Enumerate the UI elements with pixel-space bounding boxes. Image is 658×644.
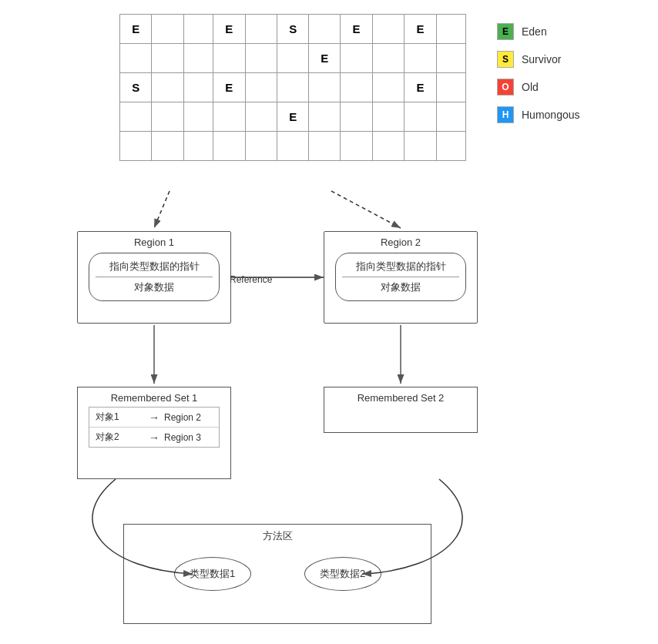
type-data-1: 类型数据1	[174, 557, 251, 591]
method-area-types: 类型数据1 类型数据2	[124, 557, 431, 591]
grid-cell-3-6	[309, 102, 341, 132]
rem1-dest2: Region 3	[164, 432, 213, 443]
grid-cell-0-6	[309, 15, 341, 44]
grid-cell-0-9: E	[405, 15, 436, 44]
legend: E Eden S Survivor O Old H Humongous	[497, 23, 580, 123]
rem1-row2: 对象2 → Region 3	[89, 428, 219, 447]
legend-item-o: O Old	[497, 79, 580, 96]
grid-cell-2-1	[152, 73, 183, 102]
rem1-obj1: 对象1	[96, 411, 144, 424]
legend-item-h: H Humongous	[497, 106, 580, 123]
grid-cell-4-8	[372, 132, 404, 161]
legend-box-o: O	[497, 79, 514, 96]
grid-cell-3-4	[245, 102, 277, 132]
grid-cell-0-2	[183, 15, 213, 44]
legend-item-e: E Eden	[497, 23, 580, 40]
region2-row2: 对象数据	[342, 277, 459, 297]
remembered-set-1: Remembered Set 1 对象1 → Region 2 对象2 → Re…	[77, 387, 231, 479]
grid-cell-0-7: E	[341, 15, 372, 44]
region2-box: Region 2 指向类型数据的指针 对象数据	[324, 231, 478, 324]
grid-cell-4-9	[405, 132, 436, 161]
grid-cell-2-2	[183, 73, 213, 102]
arrow-grid-to-region1	[154, 191, 170, 228]
region1-inner: 指向类型数据的指针 对象数据	[89, 253, 220, 301]
region1-row2: 对象数据	[96, 277, 213, 297]
grid-cell-2-6	[309, 73, 341, 102]
grid-cell-3-10	[436, 102, 465, 132]
rem1-obj2: 对象2	[96, 431, 144, 444]
grid-cell-0-4	[245, 15, 277, 44]
type-data-2: 类型数据2	[304, 557, 381, 591]
legend-box-s: S	[497, 51, 514, 68]
grid-cell-1-3	[213, 44, 245, 73]
grid-cell-0-8	[372, 15, 404, 44]
region2-inner: 指向类型数据的指针 对象数据	[335, 253, 466, 301]
memory-grid: EESEEOOEOSEOEOOEOOHH	[119, 14, 466, 161]
grid-cell-1-9	[405, 44, 436, 73]
rem2-title: Remembered Set 2	[324, 387, 477, 407]
grid-cell-3-8	[372, 102, 404, 132]
grid-cell-4-0: H	[120, 132, 152, 161]
grid-cell-1-4: O	[245, 44, 277, 73]
grid-cell-1-8: O	[372, 44, 404, 73]
legend-item-s: S Survivor	[497, 51, 580, 68]
region2-title: Region 2	[324, 232, 477, 248]
grid-cell-2-4	[245, 73, 277, 102]
grid-cell-4-10	[436, 132, 465, 161]
grid-cell-3-5: E	[277, 102, 308, 132]
grid-cell-0-5: S	[277, 15, 308, 44]
legend-label-o: Old	[522, 81, 539, 93]
grid-cell-2-8	[372, 73, 404, 102]
grid-cell-2-7	[341, 73, 372, 102]
rem1-arrow1: →	[149, 411, 159, 424]
grid-cell-1-10	[436, 44, 465, 73]
grid-cell-1-1: O	[152, 44, 183, 73]
grid-cell-0-3: E	[213, 15, 245, 44]
method-area-title: 方法区	[124, 525, 431, 551]
grid-cell-3-0: O	[120, 102, 152, 132]
legend-label-e: Eden	[522, 25, 547, 38]
remembered-set-2: Remembered Set 2	[324, 387, 478, 433]
grid-cell-2-0: S	[120, 73, 152, 102]
reference-label: Reference	[230, 274, 272, 285]
grid-cell-2-10	[436, 73, 465, 102]
grid-cell-4-1: H	[152, 132, 183, 161]
grid-cell-2-5: O	[277, 73, 308, 102]
rem1-arrow2: →	[149, 431, 159, 444]
grid-cell-4-6	[309, 132, 341, 161]
grid-cell-0-1	[152, 15, 183, 44]
legend-label-h: Humongous	[522, 109, 580, 121]
legend-box-h: H	[497, 106, 514, 123]
grid-cell-3-2	[183, 102, 213, 132]
grid-cell-3-7: O	[341, 102, 372, 132]
grid-cell-0-10	[436, 15, 465, 44]
grid-cell-4-4	[245, 132, 277, 161]
legend-box-e: E	[497, 23, 514, 40]
arrow-grid-to-region2	[331, 191, 401, 228]
grid-cell-4-2	[183, 132, 213, 161]
grid-cell-4-5	[277, 132, 308, 161]
grid-cell-1-2	[183, 44, 213, 73]
grid-cell-4-3	[213, 132, 245, 161]
region1-title: Region 1	[78, 232, 230, 248]
rem1-title: Remembered Set 1	[78, 387, 230, 407]
rem1-row1: 对象1 → Region 2	[89, 408, 219, 428]
rem1-rows: 对象1 → Region 2 对象2 → Region 3	[89, 407, 220, 448]
grid-cell-1-7	[341, 44, 372, 73]
grid-cell-4-7	[341, 132, 372, 161]
region1-box: Region 1 指向类型数据的指针 对象数据	[77, 231, 231, 324]
region1-row1: 指向类型数据的指针	[96, 257, 213, 277]
region2-row1: 指向类型数据的指针	[342, 257, 459, 277]
grid-cell-3-9: O	[405, 102, 436, 132]
grid-cell-1-5	[277, 44, 308, 73]
rem1-dest1: Region 2	[164, 412, 213, 423]
grid-cell-2-9: E	[405, 73, 436, 102]
grid-cell-3-3: O	[213, 102, 245, 132]
grid-cell-1-6: E	[309, 44, 341, 73]
grid-table: EESEEOOEOSEOEOOEOOHH	[119, 14, 466, 161]
grid-cell-1-0	[120, 44, 152, 73]
grid-cell-0-0: E	[120, 15, 152, 44]
grid-cell-2-3: E	[213, 73, 245, 102]
legend-label-s: Survivor	[522, 53, 561, 65]
grid-cell-3-1	[152, 102, 183, 132]
